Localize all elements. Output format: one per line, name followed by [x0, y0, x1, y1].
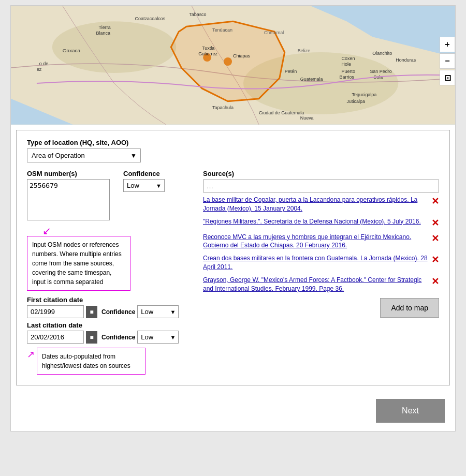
source-item-4: Crean dos bases militares en la frontera…	[203, 254, 439, 272]
svg-text:ez: ez	[37, 67, 42, 72]
last-citation-row: ■ Confidence Low Medium High ▼	[27, 331, 198, 344]
svg-text:Belize: Belize	[298, 48, 310, 53]
dates-annotation-text: Dates auto-populated from highest/lowest…	[42, 353, 130, 369]
osm-input[interactable]: 2556679	[27, 179, 110, 220]
osm-annotation-box: Input OSM nodes or references numbers. W…	[27, 236, 130, 291]
svg-text:Nueva: Nueva	[300, 115, 314, 121]
osm-annotation-arrow: ↙	[42, 226, 198, 236]
main-container: Oaxaca Tierra Blanca Coatzacoalcos Tabas…	[10, 5, 456, 432]
first-citation-calendar-btn[interactable]: ■	[86, 306, 97, 318]
first-citation-input[interactable]	[27, 305, 84, 318]
location-type-row: Type of location (HQ, site, AOO) Area of…	[27, 139, 439, 162]
sources-text-input[interactable]	[203, 180, 439, 192]
svg-text:Tuxtla: Tuxtla	[202, 46, 214, 51]
source-link-4[interactable]: Crean dos bases militares en la frontera…	[203, 254, 429, 272]
source-delete-2[interactable]: ✕	[431, 217, 439, 229]
sources-section: Source(s) La base militar de Copalar, pu…	[203, 170, 439, 293]
svg-text:Chiapas: Chiapas	[233, 53, 250, 58]
right-col: Source(s) La base militar de Copalar, pu…	[203, 170, 439, 375]
last-confidence-label: Confidence	[101, 334, 135, 341]
map-controls: + − ⊡	[440, 37, 455, 85]
svg-text:Barrios: Barrios	[340, 75, 355, 80]
source-link-3[interactable]: Reconoce MVC a las mujeres y hombres que…	[203, 233, 429, 250]
confidence-col-label: Confidence	[123, 170, 175, 177]
svg-text:Oaxaca: Oaxaca	[63, 48, 81, 53]
form-section: Type of location (HQ, site, AOO) Area of…	[16, 130, 450, 385]
confidence-select[interactable]: Low Medium High	[123, 179, 165, 192]
svg-text:Tapachula: Tapachula	[212, 105, 234, 110]
left-col: OSM number(s) 2556679 Confidence Low Med…	[27, 170, 203, 375]
source-item-2: "Regiones Militares.". Secretaría de la …	[203, 217, 439, 229]
svg-text:Honduras: Honduras	[396, 57, 416, 63]
svg-text:Coatzacoalcos: Coatzacoalcos	[135, 16, 165, 21]
source-item-3: Reconoce MVC a las mujeres y hombres que…	[203, 233, 439, 250]
last-citation-label: Last citation date	[27, 321, 198, 329]
svg-text:o de: o de	[39, 61, 48, 66]
svg-text:Petén: Petén	[285, 69, 297, 74]
first-confidence-select[interactable]: Low Medium High	[137, 305, 179, 318]
source-delete-3[interactable]: ✕	[431, 233, 439, 244]
sources-label: Source(s)	[203, 170, 439, 177]
map-zoom-in[interactable]: +	[440, 37, 455, 52]
svg-text:Hole: Hole	[342, 62, 351, 67]
source-delete-1[interactable]: ✕	[431, 196, 439, 207]
osm-field-group: OSM number(s) 2556679	[27, 170, 115, 220]
last-confidence-select[interactable]: Low Medium High	[137, 331, 179, 344]
svg-text:Chetumal: Chetumal	[264, 30, 284, 35]
osm-conf-group: OSM number(s) 2556679 Confidence Low Med…	[27, 170, 198, 220]
svg-text:Tierra: Tierra	[99, 25, 111, 30]
first-citation-label: First citation date	[27, 296, 198, 304]
source-item-1: La base militar de Copalar, puerta a la …	[203, 196, 439, 213]
osm-confidence-group: Confidence Low Medium High ▼	[123, 170, 175, 192]
source-link-2[interactable]: "Regiones Militares.". Secretaría de la …	[203, 217, 429, 226]
svg-text:Tabasco: Tabasco	[189, 12, 206, 17]
next-button[interactable]: Next	[376, 399, 445, 423]
svg-text:Olanchito: Olanchito	[372, 51, 392, 56]
location-type-select[interactable]: Area of Operation	[27, 148, 141, 162]
svg-text:San Pedro: San Pedro	[370, 69, 391, 74]
source-delete-4[interactable]: ✕	[431, 254, 439, 265]
map-fullscreen[interactable]: ⊡	[440, 70, 455, 85]
add-to-map-button[interactable]: Add to map	[380, 298, 439, 318]
svg-text:Puerto: Puerto	[342, 69, 355, 74]
last-citation-input[interactable]	[27, 331, 84, 344]
last-confidence-wrapper: Low Medium High ▼	[137, 331, 179, 344]
svg-text:Juticalpa: Juticalpa	[346, 99, 365, 104]
map-zoom-out[interactable]: −	[440, 53, 455, 69]
first-citation-row: ■ Confidence Low Medium High ▼	[27, 305, 198, 318]
svg-text:Blanca: Blanca	[96, 31, 110, 36]
source-delete-5[interactable]: ✕	[431, 276, 439, 287]
dates-annotation-box: Dates auto-populated from highest/lowest…	[37, 348, 145, 375]
first-confidence-wrapper: Low Medium High ▼	[137, 305, 179, 318]
svg-text:Gutierrez: Gutierrez	[198, 51, 217, 56]
first-confidence-label: Confidence	[101, 308, 135, 316]
last-citation-calendar-btn[interactable]: ■	[86, 331, 97, 344]
svg-point-8	[224, 57, 232, 66]
svg-text:Tegucigalpa: Tegucigalpa	[352, 92, 376, 97]
osm-annotation-text: Input OSM nodes or references numbers. W…	[32, 241, 122, 286]
dates-block: First citation date ■ Confidence Low Med…	[27, 296, 198, 375]
dates-arrow: ↗	[27, 349, 35, 360]
location-type-select-wrapper: Area of Operation ▼	[27, 148, 141, 162]
source-link-1[interactable]: La base militar de Copalar, puerta a la …	[203, 196, 429, 213]
location-type-label: Type of location (HQ, site, AOO)	[27, 139, 439, 146]
svg-text:Tenúacan: Tenúacan	[212, 27, 232, 33]
source-link-5[interactable]: Grayson, George W. "Mexico's Armed Force…	[203, 276, 429, 293]
map-section: Oaxaca Tierra Blanca Coatzacoalcos Tabas…	[11, 6, 455, 125]
next-row: Next	[11, 391, 455, 431]
source-item-5: Grayson, George W. "Mexico's Armed Force…	[203, 276, 439, 293]
osm-label: OSM number(s)	[27, 170, 115, 177]
svg-text:Ciudad de Guatemala: Ciudad de Guatemala	[259, 110, 304, 115]
two-col-layout: OSM number(s) 2556679 Confidence Low Med…	[27, 170, 439, 375]
confidence-select-wrapper: Low Medium High ▼	[123, 179, 165, 192]
svg-text:Guatemala: Guatemala	[300, 77, 323, 82]
svg-text:Coxen: Coxen	[342, 56, 355, 61]
